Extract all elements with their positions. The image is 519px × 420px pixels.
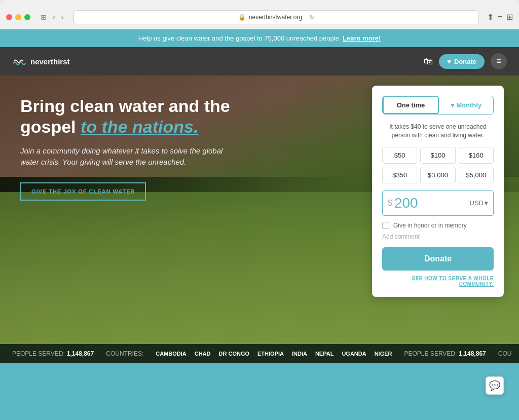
traffic-lights [6,14,30,20]
country-list: CAMBODIA CHAD DR CONGO ETHIOPIA INDIA NE… [156,351,392,357]
cart-icon[interactable]: 🛍 [424,56,433,67]
logo[interactable]: neverthirst [12,56,70,66]
chat-bubble[interactable]: 💬 [486,376,504,395]
donation-amount-grid: $50 $100 $160 $350 $3,000 $5,000 [382,147,494,183]
top-banner: Help us give clean water and the gospel … [0,29,519,47]
tab-one-time[interactable]: One time [383,96,439,114]
country-niger: NIGER [375,351,392,357]
countries-label-2: COU [498,350,512,357]
main-content: Help us give clean water and the gospel … [0,29,519,420]
heart-icon: ♥ [447,58,451,65]
country-india: INDIA [292,351,307,357]
logo-icon [12,56,26,66]
tab-monthly[interactable]: ♥ Monthly [439,96,493,114]
stats-bar: PEOPLE SERVED: 1,148,867 COUNTRIES: CAMB… [0,344,519,363]
amount-3000[interactable]: $3,000 [420,167,455,183]
donation-widget: One time ♥ Monthly It takes $40 to serve… [372,86,504,297]
amount-100[interactable]: $100 [420,147,455,164]
dollar-sign: $ [388,199,392,208]
new-tab-icon[interactable]: + [498,12,502,22]
nav-donate-button[interactable]: ♥ Donate [439,54,485,69]
currency-selector[interactable]: USD ▾ [470,199,488,207]
people-served-label: PEOPLE SERVED: [12,350,65,357]
stats-countries-2: COU [498,350,512,357]
menu-icon: ≡ [496,57,501,66]
back-icon[interactable]: ‹ [51,12,57,22]
url-text: neverthirstwater.org [249,14,302,21]
amount-50[interactable]: $50 [382,147,417,164]
address-bar[interactable]: 🔒 neverthirstwater.org ↻ [73,10,478,24]
donation-input-row: $ USD ▾ [382,190,494,216]
country-drcongo: DR CONGO [219,351,250,357]
amount-5000[interactable]: $5,000 [459,167,494,183]
country-cambodia: CAMBODIA [156,351,187,357]
people-served-label-2: PEOPLE SERVED: [404,350,457,357]
people-served-value-2: 1,148,867 [459,350,486,357]
navigation: neverthirst 🛍 ♥ Donate ≡ [0,47,519,75]
amount-350[interactable]: $350 [382,167,417,183]
share-icon[interactable]: ⬆ [487,12,494,22]
hero-subtitle: Join a community doing whatever it takes… [20,145,233,168]
browser-actions: ⬆ + ⊞ [487,12,513,22]
countries-label: COUNTRIES: [106,350,143,357]
teal-section [0,363,519,420]
serve-community-link[interactable]: SEE HOW TO SERVE A WHOLE COMMUNITY. [382,276,494,287]
country-nepal: NEPAL [315,351,333,357]
hero-content: Bring clean water and the gospel to the … [0,75,284,221]
sidebar-toggle-icon[interactable]: ⊞ [39,12,49,22]
honor-label: Give in honor or in memory [393,222,467,229]
stats-people-served: PEOPLE SERVED: 1,148,867 [12,350,94,357]
stats-countries: COUNTRIES: [106,350,143,357]
stats-people-served-2: PEOPLE SERVED: 1,148,867 [404,350,486,357]
forward-icon[interactable]: › [59,12,66,22]
monthly-heart-icon: ♥ [451,101,456,109]
extensions-icon[interactable]: ⊞ [506,12,513,22]
honor-checkbox[interactable] [382,222,389,229]
chevron-down-icon: ▾ [485,199,488,207]
logo-text: neverthirst [30,57,70,66]
banner-text: Help us give clean water and the gospel … [138,34,341,42]
hero-title: Bring clean water and the gospel to the … [20,96,264,137]
country-uganda: UGANDA [342,351,366,357]
maximize-button[interactable] [24,14,30,20]
country-ethiopia: ETHIOPIA [257,351,284,357]
browser-nav-controls: ⊞ ‹ › [39,12,65,22]
refresh-icon[interactable]: ↻ [309,14,314,21]
banner-link[interactable]: Learn more! [343,34,381,42]
add-comment[interactable]: Add comment [382,233,494,240]
amount-160[interactable]: $160 [459,147,494,164]
hero-cta-button[interactable]: GIVE THE JOY OF CLEAN WATER [20,182,146,201]
hero-section: Bring clean water and the gospel to the … [0,75,519,344]
donation-tabs: One time ♥ Monthly [382,96,494,114]
donation-amount-input[interactable] [394,195,468,211]
hero-title-accent: to the nations. [81,117,198,136]
nav-menu-button[interactable]: ≡ [491,53,507,69]
security-icon: 🔒 [238,14,246,21]
chat-icon: 💬 [489,380,500,391]
donate-main-button[interactable]: Donate [382,247,494,271]
close-button[interactable] [6,14,12,20]
country-chad: CHAD [195,351,211,357]
people-served-value: 1,148,867 [67,350,94,357]
minimize-button[interactable] [15,14,21,20]
donation-description: It takes $40 to serve one unreached pers… [382,123,494,140]
honor-row: Give in honor or in memory [382,222,494,229]
browser-chrome: ⊞ ‹ › 🔒 neverthirstwater.org ↻ ⬆ + ⊞ [0,0,519,29]
nav-right-actions: 🛍 ♥ Donate ≡ [424,53,507,69]
